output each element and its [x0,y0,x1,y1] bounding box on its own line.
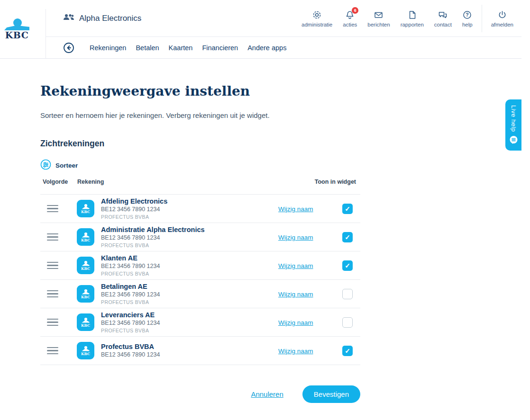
account-holder: PROFECTUS BVBA [101,271,278,277]
nav-item-financieren[interactable]: Financieren [197,44,243,52]
kbc-logo-mark: KBC [4,18,29,41]
account-name: Leveranciers AE [101,311,278,319]
nav-item-kaarten[interactable]: Kaarten [164,44,198,52]
menu-item-administratie[interactable]: administratie [296,9,338,27]
nav-item-andere-apps[interactable]: Andere apps [243,44,291,52]
kbc-account-icon: KBC [77,342,94,359]
menu-item-acties[interactable]: 6 acties [338,9,362,27]
svg-text:KBC: KBC [81,266,90,270]
document-icon [408,9,417,20]
question-icon: ? [462,9,472,20]
column-header-order: Volgorde [43,179,68,185]
rename-link[interactable]: Wijzig naam [278,234,313,241]
menu-item-help[interactable]: ? help [457,9,478,27]
section-title: Zichtrekeningen [40,139,104,149]
account-name: Betalingen AE [101,282,278,291]
widget-checkbox[interactable] [342,317,353,328]
account-list: KBC Afdeling Electronics BE12 3456 7890 … [40,194,360,365]
rename-link[interactable]: Wijzig naam [278,262,313,269]
client-name: Alpha Electronics [79,14,141,23]
bell-icon: 6 [345,9,355,20]
chat-bubble-icon [509,135,519,147]
table-row: KBC Profectus BVBA BE12 3456 7890 1234 W… [40,336,360,365]
drag-handle[interactable] [47,233,58,241]
account-holder: PROFECTUS BVBA [101,242,278,249]
widget-checkbox[interactable] [342,232,353,242]
live-help-tab[interactable]: Live help [505,99,521,151]
page-subtitle: Sorteer en hernoem hier je rekeningen. V… [40,111,270,119]
widget-checkbox[interactable] [342,204,353,214]
account-iban: BE12 3456 7890 1234 [101,351,278,359]
kbc-account-icon: KBC [77,285,94,303]
nav-item-rekeningen[interactable]: Rekeningen [85,44,131,52]
drag-handle[interactable] [47,205,58,213]
kbc-logo-text: KBC [4,30,29,40]
cancel-link[interactable]: Annuleren [251,390,283,398]
column-header-widget: Toon in widget [315,179,356,185]
people-icon [63,13,74,24]
account-iban: BE12 3456 7890 1234 [101,234,278,242]
drag-handle[interactable] [47,347,58,355]
menu-item-afmelden[interactable]: afmelden [486,9,519,27]
nav-item-betalen[interactable]: Betalen [131,44,164,52]
account-iban: BE12 3456 7890 1234 [101,263,278,270]
svg-text:KBC: KBC [81,238,90,242]
widget-checkbox[interactable] [342,346,353,356]
account-name: Profectus BVBA [101,342,278,351]
menu-item-rapporten[interactable]: rapporten [395,9,429,27]
svg-text:KBC: KBC [81,323,90,327]
rename-link[interactable]: Wijzig naam [278,348,313,355]
rename-link[interactable]: Wijzig naam [278,206,313,213]
account-info: Klanten AE BE12 3456 7890 1234 PROFECTUS… [94,254,278,277]
widget-checkbox[interactable] [342,260,353,271]
header-divider [0,58,521,59]
drag-handle[interactable] [47,290,58,298]
gear-icon [312,9,322,20]
header-menu: administratie 6 acties berichten [296,0,519,37]
account-iban: BE12 3456 7890 1234 [101,320,278,327]
menu-divider [482,5,482,32]
table-row: KBC Leveranciers AE BE12 3456 7890 1234 … [40,308,360,336]
sort-button[interactable]: Sorteer [40,159,78,172]
envelope-icon [374,9,384,20]
table-row: KBC Klanten AE BE12 3456 7890 1234 PROFE… [40,251,360,279]
account-name: Administratie Alpha Electronics [101,225,278,234]
svg-text:KBC: KBC [81,351,90,356]
live-help-label: Live help [510,105,517,133]
account-name: Afdeling Electronics [101,197,278,206]
column-header-account: Rekening [77,179,104,185]
back-button[interactable] [63,42,74,54]
nav-bar: Rekeningen Betalen Kaarten Financieren A… [46,37,521,58]
table-row: KBC Betalingen AE BE12 3456 7890 1234 PR… [40,279,360,308]
account-iban: BE12 3456 7890 1234 [101,291,278,299]
kbc-account-icon: KBC [77,313,94,331]
menu-item-contact[interactable]: contact [429,9,457,27]
rename-link[interactable]: Wijzig naam [278,291,313,298]
power-icon [497,9,507,20]
sort-label: Sorteer [55,162,78,169]
account-info: Administratie Alpha Electronics BE12 345… [94,225,278,249]
chat-icon [438,9,448,20]
account-name: Klanten AE [101,254,278,262]
rename-link[interactable]: Wijzig naam [278,319,313,326]
account-holder: PROFECTUS BVBA [101,328,278,334]
account-iban: BE12 3456 7890 1234 [101,206,278,214]
drag-handle[interactable] [47,319,58,326]
page-title: Rekeningweergave instellen [40,83,250,99]
account-info: Afdeling Electronics BE12 3456 7890 1234… [94,197,278,220]
table-row: KBC Administratie Alpha Electronics BE12… [40,223,360,251]
account-info: Betalingen AE BE12 3456 7890 1234 PROFEC… [94,282,278,305]
kbc-account-icon: KBC [77,200,94,217]
kbc-account-icon: KBC [77,228,94,246]
client-switcher[interactable]: Alpha Electronics [63,0,141,37]
menu-item-berichten[interactable]: berichten [362,9,395,27]
confirm-button[interactable]: Bevestigen [302,385,360,403]
notification-badge: 6 [352,7,358,14]
kbc-logo[interactable]: KBC [0,0,46,59]
top-bar: Alpha Electronics administratie 6 acties [46,0,521,37]
footer-actions: Annuleren Bevestigen [40,385,360,403]
kbc-account-icon: KBC [77,257,94,274]
drag-handle[interactable] [47,262,58,269]
widget-checkbox[interactable] [342,289,353,299]
account-info: Profectus BVBA BE12 3456 7890 1234 [94,342,278,359]
